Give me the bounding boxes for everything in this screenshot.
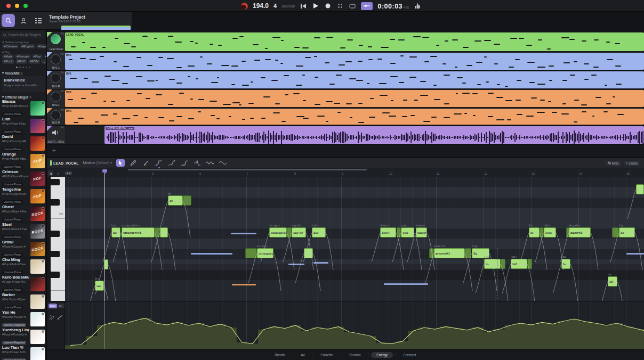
singer-card[interactable]: Crimson#R&B #Soul #Pop #License PhasePOP	[0, 170, 46, 187]
piano-roll-ruler[interactable]: 3456789101112131415	[65, 171, 644, 177]
tag-chip[interactable]: #EDM	[28, 59, 41, 64]
track-avatar[interactable]	[51, 34, 61, 44]
black-key[interactable]	[51, 251, 60, 257]
blank-voice-card[interactable]: BlankVoice Drag to start a VoiceMix	[2, 76, 45, 92]
singer-card[interactable]: Growl#Rock #Country #License PhaseROCK	[0, 240, 46, 258]
tempo-value[interactable]: 194.0	[253, 2, 269, 10]
clip[interactable]: BV2	[65, 109, 644, 125]
thumbs-up-icon[interactable]	[414, 2, 421, 10]
pencil-tool-button[interactable]	[129, 159, 138, 167]
black-key[interactable]	[51, 199, 60, 206]
singer-search-input[interactable]: Search for AI Singers	[2, 31, 45, 38]
singer-card[interactable]: Lian#Pop #Pops #DanLicense Phase	[0, 117, 46, 135]
official-singer-section-header[interactable]: ▾ Official Singer »	[2, 95, 46, 99]
track-arrangement-area[interactable]: + LEAD_VOCAL0%Lead VocalBV10%BV1-LBV10%B…	[47, 30, 644, 158]
pitch-transition-tool-d[interactable]	[193, 159, 202, 167]
clip[interactable]: INSTRUMENTAL_wav	[104, 126, 644, 144]
parameter-curve-canvas[interactable]	[65, 301, 644, 349]
vibrato-smooth-tool-button[interactable]	[219, 159, 227, 167]
piano-keys[interactable]: C5	[51, 177, 65, 301]
render-quality-dropdown[interactable]: Medium (Default) ▾	[83, 161, 112, 165]
close-editor-button[interactable]: ▾ Close	[624, 161, 640, 166]
tag-chip[interactable]: #Rock	[2, 59, 14, 64]
track-header[interactable]: 0%BV2-L	[47, 89, 65, 108]
loop-button[interactable]	[349, 2, 356, 10]
close-window-button[interactable]	[6, 4, 11, 8]
track-list-button[interactable]	[31, 14, 45, 27]
param-tab-formant[interactable]: Formant	[398, 352, 421, 358]
language-tag-chip[interactable]: #English	[20, 44, 35, 48]
project-info[interactable]: Template Project Saved 24/12/17 17:28	[49, 14, 85, 23]
track-avatar[interactable]	[51, 92, 61, 102]
param-fix-toggle[interactable]: Fix	[58, 304, 65, 308]
singer-card[interactable]: Yan He#Neutral #Clean #License Required	[0, 310, 46, 328]
track-header[interactable]: 0%INSTR...NTAL	[47, 126, 65, 144]
track-avatar[interactable]	[51, 54, 61, 64]
track-header[interactable]: 0%BV1-L	[47, 52, 65, 70]
tag-chip[interactable]: #R&B	[15, 59, 27, 64]
black-key[interactable]	[51, 179, 60, 185]
playhead-cap[interactable]	[102, 169, 107, 173]
playhead-follow-button[interactable]	[361, 2, 373, 10]
param-tab-tension[interactable]: Tension	[343, 352, 366, 358]
knife-tool-button[interactable]	[142, 159, 150, 167]
keyboard-zoom-strip[interactable]	[47, 177, 51, 301]
singer-card[interactable]: Kuro Bousaku#J-pop #Rock #ClLicense Phas…	[0, 275, 46, 293]
voicemix-section-header[interactable]: ▾ VoiceMix 1	[2, 71, 46, 75]
clip[interactable]: BV1	[65, 71, 644, 88]
piano-roll-horizontal-scrollbar[interactable]	[128, 169, 367, 170]
zoom-window-button[interactable]	[23, 4, 28, 8]
black-key[interactable]	[51, 231, 60, 237]
singer-card[interactable]: Steel#Rock #Soul #TradLicense PhaseROCK	[0, 223, 46, 240]
pitch-transition-tool-c[interactable]	[180, 159, 189, 167]
track-header[interactable]: 0%BV2-R	[47, 108, 65, 125]
select-tool-button[interactable]	[116, 159, 125, 167]
record-button[interactable]	[324, 2, 332, 10]
clip[interactable]: BV2	[65, 90, 644, 107]
param-tab-breath[interactable]: Breath	[269, 352, 290, 358]
loop-marker[interactable]	[65, 171, 72, 175]
tag-chip[interactable]: #Male	[2, 54, 14, 59]
param-draw-tool[interactable]	[50, 312, 55, 322]
track-header[interactable]: 0%BV1-R	[47, 71, 65, 89]
tag-chip[interactable]: #Pop	[32, 54, 43, 59]
search-singers-button[interactable]	[2, 14, 15, 27]
singer-card[interactable]: David#Pop #Country #RLicense Phase	[0, 135, 46, 152]
language-tag-chip[interactable]: #Japanese	[36, 44, 47, 48]
singer-card[interactable]: Bianca#Pop #R&B #Soul #License Phase	[0, 100, 46, 117]
singer-panel-button[interactable]	[17, 14, 30, 27]
clip[interactable]: BV1	[65, 53, 644, 70]
time-signature-value[interactable]: 4	[273, 3, 277, 9]
tag-chip[interactable]: #Female	[15, 54, 30, 59]
singer-card[interactable]: Yuezheng Ling#Rock #Powerful #License Re…	[0, 328, 46, 346]
pitch-transition-tool-b[interactable]	[167, 159, 176, 167]
black-key[interactable]	[51, 272, 60, 278]
track-header[interactable]: 0%Lead Vocal	[47, 32, 65, 52]
param-tab-energy[interactable]: Energy	[371, 352, 393, 358]
misc-button[interactable]: Misc	[606, 161, 621, 166]
tag-pagination-dots[interactable]	[0, 67, 46, 68]
collapse-keys-button[interactable]: ◀	[48, 170, 53, 176]
track-avatar[interactable]	[51, 73, 61, 83]
playhead-line[interactable]	[104, 171, 105, 301]
skip-to-start-button[interactable]	[300, 2, 307, 10]
active-clip-tab[interactable]: LEAD_VOCAL	[50, 160, 78, 166]
singer-card[interactable]: Orange#Pop #Bright #BluLicense PhasePOP	[0, 152, 46, 170]
param-tab-falsetto[interactable]: Falsetto	[316, 352, 339, 358]
singer-card[interactable]: Luo Tian Yi#Pop #Clean #ChiLicense Requi…	[0, 346, 46, 360]
more-tags-chip[interactable]: ⌄	[41, 59, 47, 64]
clip[interactable]: LEAD_VOCAL	[65, 32, 644, 51]
track-avatar[interactable]	[51, 110, 61, 120]
singer-card[interactable]: Tangerine#Pop #Cpop #CanLicense PhasePOP	[0, 187, 46, 205]
singer-card[interactable]: Ghost#Rock #Dark #AlteLicense PhaseROCK	[0, 205, 46, 223]
param-tab-air[interactable]: Air	[295, 352, 310, 358]
minimize-window-button[interactable]	[15, 4, 19, 8]
singer-card[interactable]: Barber#Bel Canto #OperLicense Phase	[0, 293, 46, 310]
pitch-transition-tool-a[interactable]	[155, 159, 163, 167]
singer-card[interactable]: Chu Ming#Pop #Folk #CleaLicense Phase	[0, 258, 46, 275]
add-track-button[interactable]: +	[52, 147, 55, 153]
metronome-icon[interactable]	[336, 2, 344, 10]
play-button[interactable]	[312, 2, 319, 10]
param-env-toggle[interactable]: ENV	[49, 304, 57, 308]
language-tag-chip[interactable]: #Chinese	[2, 44, 19, 48]
